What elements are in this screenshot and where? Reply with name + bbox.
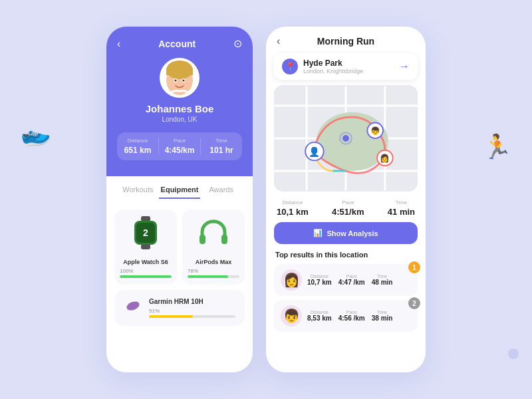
location-sub: London, Knightsbridge bbox=[303, 68, 399, 74]
result-avatar-2: 👦 bbox=[281, 305, 302, 327]
garmin-icon bbox=[124, 297, 142, 319]
r2-dist-label: Distance bbox=[307, 310, 332, 315]
watch-battery-bar bbox=[120, 275, 172, 278]
garmin-battery-bar bbox=[149, 315, 235, 318]
garmin-info: Garmin HRM 10H 51% bbox=[149, 298, 235, 318]
result-2-stat-pace: Pace 4:56 /km bbox=[338, 310, 365, 322]
svg-text:👤: 👤 bbox=[309, 146, 321, 158]
location-arrow-icon[interactable]: → bbox=[399, 61, 410, 72]
run-back-button[interactable]: ‹ bbox=[277, 35, 280, 47]
analysis-btn-label: Show Analysis bbox=[327, 229, 378, 237]
svg-point-34 bbox=[342, 135, 349, 142]
airpods-name: AirPods Max bbox=[196, 259, 232, 265]
location-text: Hyde Park London, Knightsbridge bbox=[303, 59, 399, 74]
svg-rect-18 bbox=[221, 235, 227, 244]
stat-time: Time 101 hr bbox=[201, 138, 242, 155]
morning-run-card: ‹ Morning Run 📍 Hyde Park London, Knight… bbox=[266, 27, 426, 372]
watch-battery-fill bbox=[120, 275, 172, 278]
r1-dist-label: Distance bbox=[307, 274, 332, 279]
location-name: Hyde Park bbox=[303, 59, 399, 68]
r1-time-label: Time bbox=[372, 274, 393, 279]
card-nav: ‹ Account ⊙ bbox=[117, 37, 242, 50]
result-stats-2: Distance 8,53 km Pace 4:56 /km Time 38 m… bbox=[307, 310, 411, 322]
equipment-section: 2 Apple Watch S6 100% bbox=[106, 204, 253, 331]
stat-time-label: Time bbox=[201, 138, 242, 144]
stat-pace-label: Pace bbox=[159, 138, 200, 144]
shoe-decoration: 👟 bbox=[16, 116, 54, 152]
svg-rect-17 bbox=[200, 235, 205, 244]
svg-point-19 bbox=[126, 300, 141, 312]
run-card-nav: ‹ Morning Run bbox=[266, 27, 426, 53]
back-button[interactable]: ‹ bbox=[117, 38, 120, 50]
result-2-stat-time: Time 38 min bbox=[372, 310, 393, 322]
stat-time-value: 101 hr bbox=[201, 146, 242, 155]
map-area: 👤 👦 👩 bbox=[274, 85, 418, 192]
svg-rect-13 bbox=[141, 244, 150, 249]
watch-battery-label: 100% bbox=[120, 268, 133, 274]
r2-pace-value: 4:56 /km bbox=[338, 315, 365, 322]
result-avatar-1: 👩 bbox=[281, 269, 302, 291]
settings-icon[interactable]: ⊙ bbox=[233, 37, 242, 50]
result-1-stat-distance: Distance 10,7 km bbox=[307, 274, 332, 286]
run-stat-distance: Distance 10,1 km bbox=[277, 200, 309, 217]
tabs-row: Workouts Equipment Awards bbox=[106, 176, 253, 204]
watch-icon: 2 bbox=[132, 216, 160, 255]
run-stat-distance-value: 10,1 km bbox=[277, 207, 309, 217]
result-item-2: 👦 Distance 8,53 km Pace 4:56 /km Time 38… bbox=[274, 300, 418, 332]
top-results-title: Top results in this location bbox=[266, 251, 426, 264]
account-card: ‹ Account ⊙ bbox=[106, 27, 253, 372]
garmin-battery-label: 51% bbox=[149, 308, 235, 314]
stat-distance-label: Distance bbox=[117, 138, 158, 144]
run-stat-pace-label: Pace bbox=[332, 200, 364, 205]
svg-text:👦: 👦 bbox=[370, 126, 380, 136]
result-1-stat-pace: Pace 4:47 /km bbox=[338, 274, 365, 286]
user-location: London, UK bbox=[162, 116, 198, 123]
result-item-1: 👩 Distance 10,7 km Pace 4:47 /km Time 48… bbox=[274, 264, 418, 296]
stat-distance-value: 651 km bbox=[117, 146, 158, 155]
svg-point-8 bbox=[175, 80, 177, 82]
analysis-button[interactable]: 📊 Show Analysis bbox=[274, 222, 418, 244]
run-stat-time-label: Time bbox=[388, 200, 415, 205]
garmin-name: Garmin HRM 10H bbox=[149, 298, 235, 305]
r2-pace-label: Pace bbox=[338, 310, 365, 315]
deco-dot-3 bbox=[508, 348, 519, 359]
r1-pace-label: Pace bbox=[338, 274, 365, 279]
medal-silver-icon: 2 bbox=[408, 297, 420, 309]
equipment-airpods: AirPods Max 78% bbox=[182, 209, 245, 285]
svg-rect-5 bbox=[166, 68, 193, 75]
account-title: Account bbox=[158, 39, 196, 49]
run-stat-pace: Pace 4:51/km bbox=[332, 200, 364, 217]
r2-dist-value: 8,53 km bbox=[307, 315, 332, 322]
tab-awards[interactable]: Awards bbox=[200, 186, 242, 199]
result-2-stat-distance: Distance 8,53 km bbox=[307, 310, 332, 322]
run-stat-distance-label: Distance bbox=[277, 200, 309, 205]
r1-time-value: 48 min bbox=[372, 279, 393, 286]
svg-point-11 bbox=[182, 83, 186, 86]
r2-time-value: 38 min bbox=[372, 315, 393, 322]
run-card-title: Morning Run bbox=[317, 36, 374, 47]
r1-pace-value: 4:47 /km bbox=[338, 279, 365, 286]
svg-rect-12 bbox=[141, 216, 150, 221]
garmin-battery-fill bbox=[149, 315, 193, 318]
tab-workouts[interactable]: Workouts bbox=[117, 186, 159, 199]
r1-dist-value: 10,7 km bbox=[307, 279, 332, 286]
equipment-grid: 2 Apple Watch S6 100% bbox=[114, 209, 245, 285]
location-bar[interactable]: 📍 Hyde Park London, Knightsbridge → bbox=[274, 53, 418, 80]
airpods-battery-bar bbox=[188, 275, 239, 278]
cards-container: ‹ Account ⊙ bbox=[106, 27, 426, 372]
airpods-icon bbox=[200, 216, 227, 255]
tab-equipment[interactable]: Equipment bbox=[159, 186, 201, 199]
svg-text:2: 2 bbox=[143, 227, 148, 238]
run-stat-time: Time 41 min bbox=[388, 200, 415, 217]
location-pin-icon: 📍 bbox=[282, 59, 298, 74]
result-1-stat-time: Time 48 min bbox=[372, 274, 393, 286]
equipment-garmin: Garmin HRM 10H 51% bbox=[114, 290, 245, 326]
svg-point-9 bbox=[183, 80, 185, 82]
r2-time-label: Time bbox=[372, 310, 393, 315]
run-stat-time-value: 41 min bbox=[388, 207, 415, 217]
run-stat-pace-value: 4:51/km bbox=[332, 207, 364, 217]
stat-distance: Distance 651 km bbox=[117, 138, 159, 155]
runner-decoration: 🏃 bbox=[482, 133, 512, 161]
svg-text:👩: 👩 bbox=[380, 154, 390, 163]
user-name: Johannes Boe bbox=[146, 103, 214, 114]
